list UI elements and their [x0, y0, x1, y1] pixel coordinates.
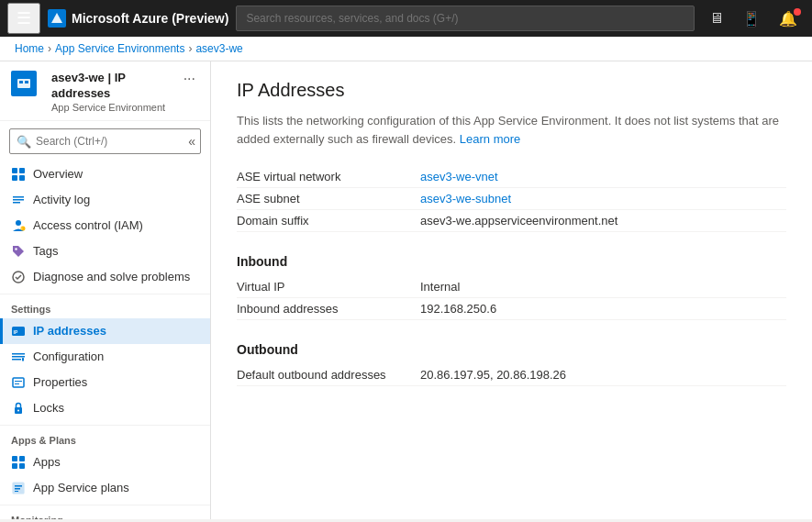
- sidebar-item-access-control[interactable]: ! Access control (IAM): [0, 213, 210, 239]
- sidebar-item-overview[interactable]: Overview: [0, 161, 210, 187]
- svg-rect-20: [12, 359, 21, 361]
- svg-rect-5: [19, 168, 25, 173]
- page-description: This lists the networking configuration …: [237, 112, 786, 148]
- sidebar-item-diagnose[interactable]: Diagnose and solve problems: [0, 264, 210, 290]
- table-row: ASE virtual network asev3-we-vnet: [237, 166, 786, 188]
- configuration-label: Configuration: [33, 350, 104, 363]
- properties-icon: [11, 375, 26, 390]
- breadcrumb-home[interactable]: Home: [15, 42, 44, 55]
- breadcrumb-ase[interactable]: App Service Environments: [55, 42, 184, 55]
- resource-title: asev3-we | IP addresses: [51, 71, 172, 102]
- ase-subnet-link[interactable]: asev3-we-subnet: [420, 192, 511, 205]
- domain-suffix-value: asev3-we.appserviceenvironment.net: [420, 214, 617, 228]
- svg-marker-0: [51, 13, 62, 23]
- diagnose-label: Diagnose and solve problems: [33, 270, 190, 283]
- configuration-icon: [11, 350, 26, 364]
- ase-subnet-value: asev3-we-subnet: [420, 192, 511, 205]
- activity-log-icon: [11, 193, 26, 207]
- overview-label: Overview: [33, 167, 83, 181]
- sidebar-item-ip-addresses[interactable]: IP IP addresses: [0, 318, 210, 344]
- sidebar-item-properties[interactable]: Properties: [0, 370, 210, 395]
- svg-point-14: [15, 248, 17, 250]
- azure-icon: [50, 12, 63, 25]
- svg-rect-32: [15, 485, 22, 487]
- ase-vnet-value: asev3-we-vnet: [420, 170, 498, 183]
- breadcrumb-sep-2: ›: [188, 42, 192, 55]
- breadcrumb: Home › App Service Environments › asev3-…: [0, 37, 812, 61]
- inbound-table: Virtual IP Internal Inbound addresses 19…: [237, 276, 786, 320]
- resource-subtitle: App Service Environment: [51, 102, 172, 113]
- mobile-icon-button[interactable]: 📱: [735, 6, 768, 31]
- outbound-section-title: Outbound: [237, 342, 786, 357]
- svg-rect-3: [25, 81, 28, 83]
- svg-rect-23: [15, 381, 22, 382]
- tags-label: Tags: [33, 244, 58, 258]
- svg-rect-19: [12, 356, 25, 358]
- plans-icon: [11, 481, 26, 495]
- ase-vnet-label: ASE virtual network: [237, 170, 420, 183]
- table-row: ASE subnet asev3-we-subnet: [237, 188, 786, 210]
- app-service-plans-label: App Service plans: [33, 481, 129, 494]
- svg-rect-33: [15, 488, 20, 490]
- ase-icon: [17, 76, 31, 91]
- sidebar-item-app-service-plans[interactable]: App Service plans: [0, 475, 210, 501]
- sidebar-item-apps[interactable]: Apps: [0, 450, 210, 475]
- virtual-ip-label: Virtual IP: [237, 280, 420, 294]
- inbound-section-title: Inbound: [237, 254, 786, 269]
- sidebar-item-configuration[interactable]: Configuration: [0, 344, 210, 370]
- overview-icon: [11, 167, 26, 182]
- ase-vnet-link[interactable]: asev3-we-vnet: [420, 170, 498, 183]
- sidebar-item-locks[interactable]: Locks: [0, 395, 210, 421]
- inbound-addresses-label: Inbound addresses: [237, 302, 420, 316]
- global-search-container: [236, 6, 695, 31]
- breadcrumb-sep-1: ›: [48, 42, 51, 55]
- svg-rect-34: [15, 491, 18, 492]
- locks-label: Locks: [33, 401, 64, 415]
- svg-rect-29: [12, 463, 17, 469]
- learn-more-link[interactable]: Learn more: [460, 132, 520, 146]
- svg-rect-27: [12, 456, 17, 461]
- sidebar-search-icon: 🔍: [17, 134, 31, 148]
- svg-point-26: [17, 409, 19, 411]
- apps-icon: [11, 455, 26, 470]
- global-search-input[interactable]: [236, 6, 695, 31]
- hamburger-button[interactable]: ☰: [7, 3, 40, 34]
- svg-rect-1: [17, 79, 30, 88]
- default-outbound-label: Default outbound addresses: [237, 368, 420, 382]
- access-control-label: Access control (IAM): [33, 218, 143, 232]
- sidebar-collapse-button[interactable]: «: [183, 132, 201, 150]
- page-layout: asev3-we | IP addresses App Service Envi…: [0, 61, 812, 519]
- svg-rect-21: [22, 358, 24, 361]
- sidebar-item-activity-log[interactable]: Activity log: [0, 187, 210, 213]
- svg-rect-30: [19, 463, 25, 469]
- svg-text:!: !: [21, 226, 22, 230]
- breadcrumb-current[interactable]: asev3-we: [195, 42, 242, 55]
- outbound-table: Default outbound addresses 20.86.197.95,…: [237, 364, 786, 386]
- default-outbound-value: 20.86.197.95, 20.86.198.26: [420, 368, 566, 382]
- ip-addresses-label: IP addresses: [33, 324, 106, 338]
- ip-addresses-icon: IP: [11, 324, 26, 339]
- domain-suffix-label: Domain suffix: [237, 214, 420, 228]
- portal-icon-button[interactable]: 🖥: [702, 6, 731, 30]
- tags-icon: [11, 244, 26, 259]
- table-row: Virtual IP Internal: [237, 276, 786, 298]
- locks-icon: [11, 401, 26, 416]
- resource-icon: [11, 71, 37, 96]
- azure-logo-icon: [48, 9, 66, 28]
- sidebar-search-input[interactable]: [9, 128, 201, 154]
- inbound-addresses-value: 192.168.250.6: [420, 302, 496, 316]
- iam-icon: !: [11, 218, 26, 233]
- network-info-table: ASE virtual network asev3-we-vnet ASE su…: [237, 166, 786, 232]
- sidebar-header: asev3-we | IP addresses App Service Envi…: [0, 61, 210, 121]
- svg-text:IP: IP: [14, 329, 18, 335]
- resource-more-button[interactable]: ···: [180, 71, 199, 87]
- activity-log-label: Activity log: [33, 193, 90, 206]
- main-content: IP Addresses This lists the networking c…: [211, 61, 812, 519]
- monitoring-section-label: Monitoring: [0, 505, 210, 519]
- app-name-label: Microsoft Azure (Preview): [72, 11, 228, 26]
- notifications-button[interactable]: 🔔: [772, 6, 805, 31]
- sidebar-item-tags[interactable]: Tags: [0, 239, 210, 264]
- ase-subnet-label: ASE subnet: [237, 192, 420, 205]
- settings-section-label: Settings: [0, 294, 210, 318]
- apps-label: Apps: [33, 455, 61, 469]
